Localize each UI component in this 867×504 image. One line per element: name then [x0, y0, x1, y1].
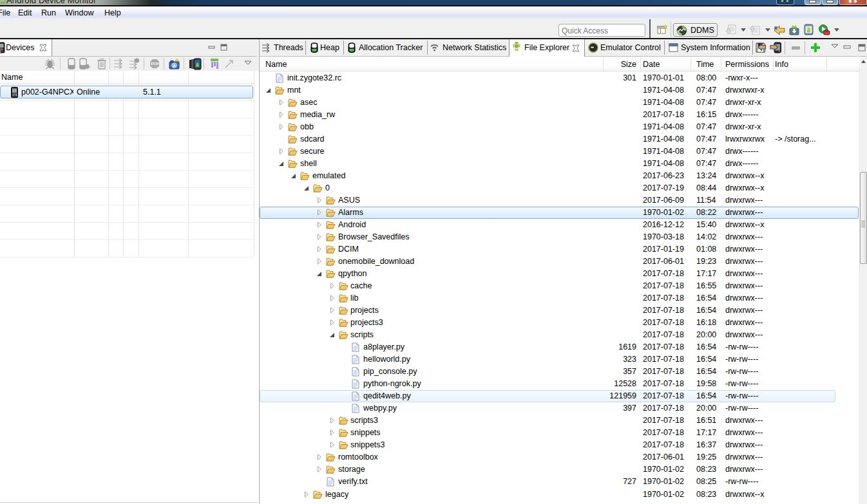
svg-text:STOP: STOP: [151, 62, 158, 66]
